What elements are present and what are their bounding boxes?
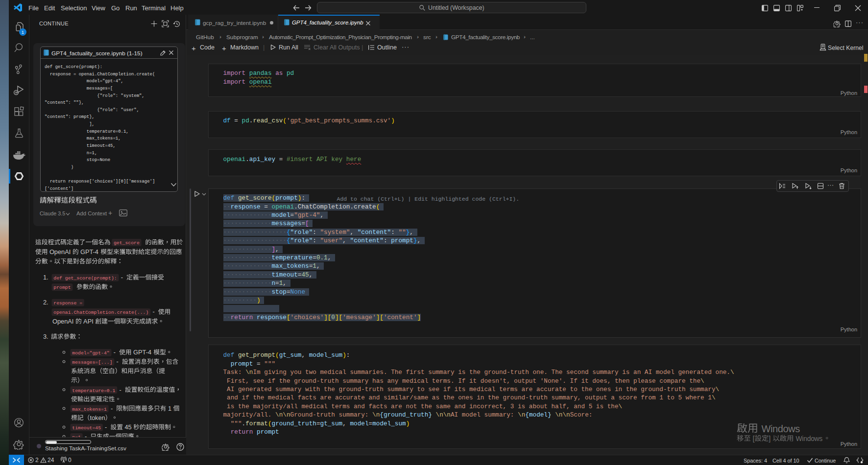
svg-text:prompt: prompt xyxy=(53,285,71,290)
svg-text:OpenAI: OpenAI xyxy=(49,248,71,256)
svg-text:3.: 3. xyxy=(43,333,48,340)
svg-text:-: - xyxy=(105,423,107,431)
svg-text:temperature=0.1: temperature=0.1 xyxy=(72,388,115,394)
svg-text:model="gpt-4": model="gpt-4" xyxy=(72,350,109,356)
svg-text:-: - xyxy=(114,349,116,356)
svg-text:response =: response = xyxy=(53,301,82,306)
svg-text:GPT-4: GPT-4 xyxy=(133,349,151,356)
svg-text:-: - xyxy=(121,274,123,281)
svg-text:get_score: get_score xyxy=(114,240,140,246)
svg-text:1.: 1. xyxy=(43,274,48,281)
svg-text:token: token xyxy=(90,414,105,421)
svg-text:45: 45 xyxy=(124,423,131,431)
svg-text:API: API xyxy=(83,318,94,325)
svg-text:openai.ChatCompletion.create(.: openai.ChatCompletion.create(...) xyxy=(53,310,148,315)
svg-text:-: - xyxy=(120,386,121,394)
svg-text:2.: 2. xyxy=(43,299,48,306)
svg-text:-: - xyxy=(152,308,154,315)
svg-text:-: - xyxy=(117,358,119,365)
svg-text:OpenAI: OpenAI xyxy=(52,318,73,325)
svg-text:-: - xyxy=(85,433,87,437)
svg-text:Windows: Windows xyxy=(796,435,823,442)
svg-text:max_tokens=1: max_tokens=1 xyxy=(72,407,107,412)
svg-text:GPT-4: GPT-4 xyxy=(80,248,98,256)
svg-text:[: [ xyxy=(753,435,755,442)
svg-text:-: - xyxy=(111,405,113,412)
svg-text:1: 1 xyxy=(168,405,171,412)
svg-text:messages=[...]: messages=[...] xyxy=(72,360,112,365)
svg-text:]: ] xyxy=(769,435,771,442)
svg-text:def get_score(prompt):: def get_score(prompt): xyxy=(53,276,117,281)
svg-text:Windows: Windows xyxy=(762,423,800,434)
svg-text:timeout=45: timeout=45 xyxy=(72,425,101,431)
